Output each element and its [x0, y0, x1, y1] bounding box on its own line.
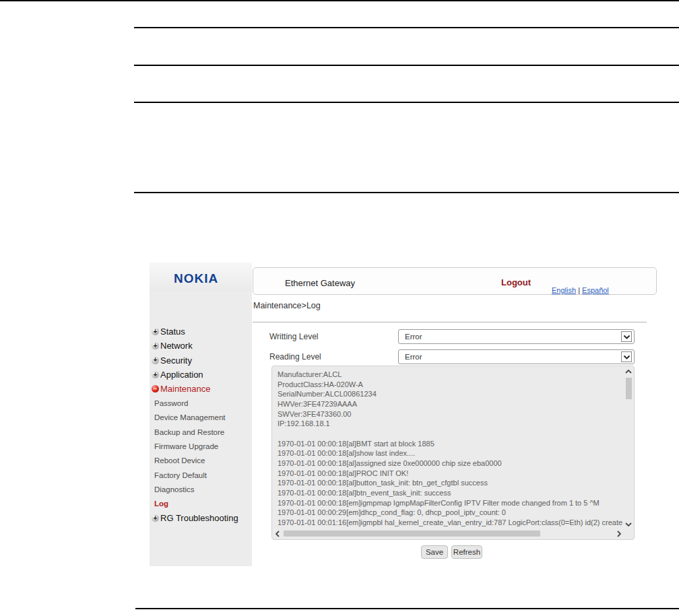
log-text: Manufacturer:ALCL ProductClass:HA-020W-A… — [278, 370, 623, 528]
table-rule-1 — [134, 27, 679, 28]
page-title: Ethernet Gateway — [285, 278, 355, 288]
header-bar: Ethernet Gateway Logout English | Españo… — [253, 267, 657, 295]
sidebar-item-device-management[interactable]: Device Management — [150, 411, 252, 425]
expand-plus-icon[interactable]: + — [152, 342, 159, 349]
sidebar-item-label: Maintenance — [160, 384, 210, 394]
top-rule — [0, 0, 679, 1]
sidebar-item-rg-troubleshooting[interactable]: +RG Troubleshooting — [150, 511, 252, 525]
sidebar-item-label: Status — [160, 327, 185, 337]
collapse-minus-icon[interactable]: − — [152, 385, 159, 392]
sidebar-item-label: Security — [160, 355, 192, 366]
sidebar-item-application[interactable]: +Application — [150, 368, 252, 382]
scroll-up-icon[interactable] — [624, 368, 633, 376]
table-rule-2 — [134, 65, 679, 66]
log-output-area[interactable]: Manufacturer:ALCL ProductClass:HA-020W-A… — [271, 366, 635, 540]
horizontal-scrollbar[interactable] — [273, 529, 623, 538]
sidebar-item-log[interactable]: Log — [150, 497, 252, 511]
expand-plus-icon[interactable]: + — [152, 371, 159, 378]
save-button[interactable]: Save — [421, 545, 448, 559]
sidebar-item-label: Device Management — [154, 413, 225, 421]
sidebar-item-security[interactable]: +Security — [150, 353, 252, 368]
page: NOKIA +Status+Network+Security+Applicati… — [0, 0, 679, 616]
expand-plus-icon[interactable]: + — [152, 328, 159, 335]
language-separator: | — [578, 286, 580, 294]
language-link-english[interactable]: English — [552, 286, 576, 294]
writing-level-select[interactable]: Error — [398, 329, 635, 344]
sidebar-item-label: Password — [154, 399, 189, 407]
table-rule-3 — [134, 102, 679, 103]
sidebar-item-backup-and-restore[interactable]: Backup and Restore — [150, 425, 252, 439]
vertical-scroll-thumb[interactable] — [626, 378, 632, 399]
scroll-left-icon[interactable] — [273, 530, 282, 538]
sidebar-nav: +Status+Network+Security+Application−Mai… — [150, 324, 252, 525]
breadcrumb: Maintenance>Log — [253, 301, 321, 310]
bottom-rule — [135, 608, 679, 609]
sidebar-item-network[interactable]: +Network — [150, 339, 252, 353]
sidebar-item-maintenance[interactable]: −Maintenance — [150, 382, 252, 396]
sidebar-item-label: Reboot Device — [154, 456, 205, 465]
sidebar-item-label: Network — [160, 341, 193, 351]
language-link-spanish[interactable]: Español — [582, 286, 609, 294]
writing-level-label: Writting Level — [269, 332, 318, 341]
reading-level-select[interactable]: Error — [398, 349, 635, 364]
logout-button[interactable]: Logout — [501, 277, 531, 287]
scroll-down-icon[interactable] — [624, 520, 633, 528]
chevron-down-icon[interactable] — [621, 351, 632, 362]
horizontal-scroll-thumb[interactable] — [284, 531, 540, 537]
expand-plus-icon[interactable]: + — [152, 357, 159, 364]
expand-plus-icon[interactable]: + — [152, 514, 159, 522]
reading-level-label: Reading Level — [269, 352, 321, 362]
sidebar-item-reboot-device[interactable]: Reboot Device — [150, 454, 252, 468]
sidebar-item-diagnostics[interactable]: Diagnostics — [150, 482, 252, 496]
chevron-down-icon[interactable] — [621, 331, 632, 342]
sidebar-item-firmware-upgrade[interactable]: Firmware Upgrade — [150, 439, 252, 453]
sidebar-item-label: RG Troubleshooting — [160, 513, 238, 523]
sidebar-item-label: Application — [160, 370, 203, 380]
sidebar-item-status[interactable]: +Status — [150, 324, 252, 339]
sidebar-item-label: Factory Default — [154, 471, 207, 479]
language-switcher: English | Español — [552, 286, 609, 294]
sidebar-item-factory-default[interactable]: Factory Default — [150, 468, 252, 482]
sidebar-item-label: Diagnostics — [154, 485, 194, 493]
breadcrumb-divider — [253, 322, 647, 322]
sidebar-item-label: Log — [154, 500, 168, 508]
writing-level-value: Error — [405, 330, 422, 343]
reading-level-value: Error — [405, 350, 422, 364]
sidebar-item-label: Backup and Restore — [154, 428, 224, 436]
sidebar-item-password[interactable]: Password — [150, 396, 252, 410]
vertical-scrollbar[interactable] — [624, 368, 633, 528]
refresh-button[interactable]: Refresh — [451, 545, 482, 559]
nokia-logo: NOKIA — [174, 272, 218, 286]
scroll-right-icon[interactable] — [615, 530, 623, 538]
sidebar-item-label: Firmware Upgrade — [154, 442, 218, 450]
table-rule-4 — [134, 192, 679, 193]
